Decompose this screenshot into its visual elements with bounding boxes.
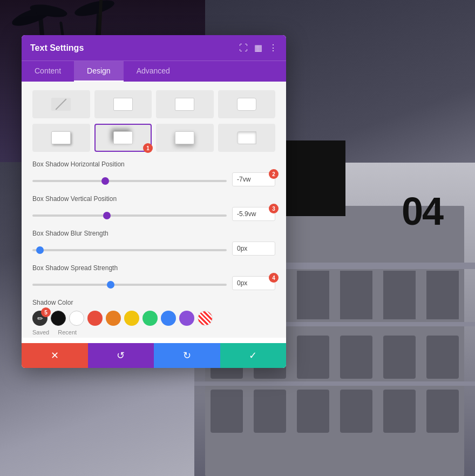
blur-strength-track: [32, 244, 227, 253]
spread-strength-row: 4: [32, 276, 275, 290]
badge-5: 5: [41, 307, 51, 317]
swatch-green[interactable]: [142, 311, 158, 326]
shadow-preset-2[interactable]: [156, 90, 214, 118]
blur-strength-row: [32, 242, 275, 256]
swatch-blue[interactable]: [161, 311, 176, 326]
swatch-custom[interactable]: [198, 311, 213, 326]
redo-button[interactable]: ↻: [154, 343, 220, 368]
spread-strength-section: Box Shadow Spread Strength 4: [32, 264, 275, 290]
more-icon[interactable]: ⋮: [269, 43, 277, 53]
modal-footer: ✕ ↺ ↻ ✓: [22, 343, 286, 368]
svg-rect-25: [254, 390, 286, 433]
badge-4: 4: [269, 273, 279, 283]
svg-rect-11: [297, 271, 329, 319]
pencil-swatch-container: ✏ 5: [32, 311, 48, 326]
horizontal-position-track: [32, 175, 227, 184]
modal-tabs: Content Design Advanced: [22, 61, 286, 82]
swatch-yellow[interactable]: [124, 311, 139, 326]
vertical-position-section: Box Shadow Vertical Position 3: [32, 195, 275, 221]
badge-1: 1: [143, 143, 153, 153]
blur-strength-input[interactable]: [232, 242, 275, 256]
confirm-button[interactable]: ✓: [220, 343, 287, 368]
spread-strength-track: [32, 278, 227, 288]
modal-body: 1 Box Shadow Horizontal Position 2: [22, 82, 286, 338]
vertical-position-row: 3: [32, 207, 275, 221]
horizontal-value-container: 2: [232, 172, 275, 186]
blur-strength-section: Box Shadow Blur Strength: [32, 230, 275, 256]
horizontal-position-slider[interactable]: [32, 180, 227, 182]
saved-recent-bar: Saved Recent: [32, 326, 275, 338]
tab-content[interactable]: Content: [22, 61, 74, 82]
shadow-preset-r2-1[interactable]: [32, 124, 90, 152]
svg-rect-14: [426, 271, 459, 319]
recent-label: Recent: [58, 329, 77, 336]
blur-value-container: [232, 242, 275, 256]
cancel-button[interactable]: ✕: [22, 343, 88, 368]
horizontal-position-section: Box Shadow Horizontal Position 2: [32, 160, 275, 186]
tab-design[interactable]: Design: [74, 61, 124, 82]
swatch-purple[interactable]: [179, 311, 194, 326]
shadow-presets-row1: [32, 90, 275, 118]
modal-header: Text Settings ⛶ ▦ ⋮: [22, 35, 286, 61]
svg-rect-24: [211, 390, 243, 433]
svg-rect-22: [426, 336, 459, 379]
undo-button[interactable]: ↺: [88, 343, 154, 368]
svg-rect-21: [383, 336, 416, 379]
svg-rect-29: [426, 390, 459, 433]
spread-value-container: 4: [232, 276, 275, 290]
badge-3: 3: [269, 204, 279, 213]
spread-strength-label: Box Shadow Spread Strength: [32, 264, 275, 272]
svg-rect-19: [297, 336, 329, 379]
text-settings-modal: Text Settings ⛶ ▦ ⋮ Content Design Advan…: [22, 35, 286, 368]
blur-strength-slider[interactable]: [32, 249, 227, 251]
svg-rect-28: [383, 390, 416, 433]
shadow-preset-1[interactable]: [94, 90, 152, 118]
modal-title: Text Settings: [30, 43, 84, 53]
shadow-preset-r2-3[interactable]: [156, 124, 214, 152]
number-decoration: 04: [402, 189, 443, 233]
spread-strength-slider[interactable]: [32, 284, 227, 286]
swatch-white[interactable]: [69, 311, 84, 326]
vertical-position-track: [32, 209, 227, 219]
shadow-color-label: Shadow Color: [32, 299, 275, 306]
saved-label: Saved: [32, 329, 49, 336]
vertical-position-slider[interactable]: [32, 214, 227, 217]
shadow-preset-r2-2[interactable]: 1: [94, 124, 152, 152]
vertical-position-label: Box Shadow Vertical Position: [32, 195, 275, 203]
shadow-color-section: Shadow Color ✏ 5 Sa: [32, 299, 275, 338]
expand-icon[interactable]: ⛶: [239, 43, 248, 53]
shadow-preset-r2-4[interactable]: [218, 124, 276, 152]
svg-rect-23: [194, 381, 475, 386]
badge-2: 2: [269, 169, 279, 179]
swatch-orange[interactable]: [106, 311, 121, 326]
svg-rect-12: [340, 271, 372, 319]
shadow-preset-none[interactable]: [32, 90, 90, 118]
swatch-black[interactable]: [51, 311, 66, 326]
modal-header-icons: ⛶ ▦ ⋮: [239, 43, 277, 53]
vertical-value-container: 3: [232, 207, 275, 221]
swatch-red[interactable]: [87, 311, 103, 326]
horizontal-position-row: 2: [32, 172, 275, 186]
horizontal-position-label: Box Shadow Horizontal Position: [32, 160, 275, 168]
svg-rect-27: [340, 390, 372, 433]
no-shadow-icon: [51, 98, 71, 111]
shadow-presets-row2: 1: [32, 124, 275, 152]
layout-icon[interactable]: ▦: [254, 43, 262, 53]
blur-strength-label: Box Shadow Blur Strength: [32, 230, 275, 237]
shadow-preset-3[interactable]: [218, 90, 276, 118]
svg-rect-13: [383, 271, 416, 319]
svg-rect-20: [340, 336, 372, 379]
tab-advanced[interactable]: Advanced: [124, 61, 183, 82]
svg-rect-26: [297, 390, 329, 433]
color-swatches: ✏ 5: [32, 311, 275, 326]
